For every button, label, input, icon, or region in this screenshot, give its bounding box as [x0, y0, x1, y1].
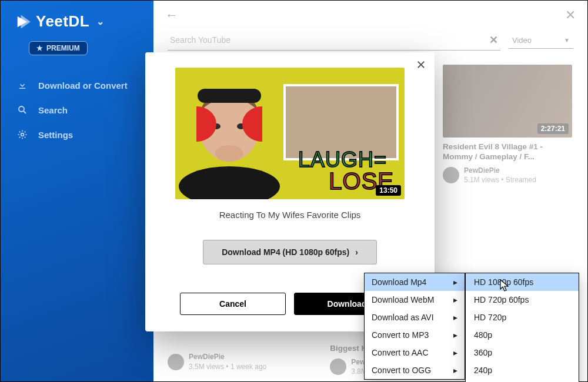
menu-item-mp4[interactable]: Download Mp4▸ [365, 273, 465, 291]
sidebar-item-search[interactable]: Search [1, 98, 153, 122]
menu-item-ogg[interactable]: Convert to OGG▸ [365, 361, 465, 379]
menu-item-avi[interactable]: Download as AVI▸ [365, 309, 465, 326]
app-window: YeetDL ⌄ ★ PREMIUM Download or Convert S… [0, 0, 588, 382]
quality-option[interactable]: HD 720p 60fps [466, 291, 579, 309]
menu-label: HD 720p [474, 313, 506, 322]
sidebar-item-label: Search [38, 105, 68, 115]
menu-label: 240p [474, 366, 492, 375]
menu-label: Convert to OGG [372, 366, 431, 375]
menu-item-aac[interactable]: Convert to AAC▸ [365, 344, 465, 361]
gear-icon [17, 129, 28, 140]
menu-label: Download Mp4 [372, 277, 426, 287]
quality-menu: HD 1080p 60fps HD 720p 60fps HD 720p 480… [465, 273, 579, 382]
sidebar: YeetDL ⌄ ★ PREMIUM Download or Convert S… [1, 1, 153, 381]
modal-video-title: Reacting To My Wifes Favorite Clips [164, 210, 416, 220]
chevron-right-icon: ▸ [453, 313, 457, 322]
menu-label: Download WebM [372, 295, 434, 304]
svg-point-0 [19, 106, 24, 112]
chevron-right-icon: ▸ [453, 330, 457, 340]
svg-point-1 [21, 133, 24, 136]
chevron-right-icon: ▸ [453, 277, 457, 287]
star-icon: ★ [36, 44, 43, 52]
quality-option[interactable]: 360p [466, 344, 579, 361]
menu-item-webm[interactable]: Download WebM▸ [365, 291, 465, 309]
menu-label: Convert to MP3 [372, 330, 429, 340]
premium-badge[interactable]: ★ PREMIUM [29, 41, 88, 55]
menu-label: HD 1080p 60fps [474, 277, 533, 287]
chevron-right-icon: ▸ [453, 366, 457, 375]
quality-option[interactable]: 480p [466, 326, 579, 344]
sidebar-item-label: Settings [38, 130, 73, 140]
svg-point-2 [179, 166, 280, 199]
duration-badge: 13:50 [376, 185, 401, 196]
sidebar-item-label: Download or Convert [38, 81, 128, 91]
brand: YeetDL ⌄ [1, 12, 153, 36]
modal-thumbnail: LAUGH= LOSE 13:50 [175, 68, 405, 199]
sidebar-item-settings[interactable]: Settings [1, 122, 153, 147]
download-icon [17, 80, 28, 91]
cancel-button[interactable]: Cancel [180, 293, 286, 315]
download-primary-button[interactable]: Download MP4 (HD 1080p 60fps) › [203, 240, 377, 264]
chevron-right-icon: › [355, 247, 358, 257]
brand-logo-icon [15, 14, 31, 30]
quality-option[interactable]: HD 720p [466, 309, 579, 326]
quality-option[interactable]: 240p [466, 361, 579, 379]
menu-item-mp3[interactable]: Convert to MP3▸ [365, 326, 465, 344]
chevron-down-icon[interactable]: ⌄ [96, 16, 105, 27]
svg-point-6 [215, 145, 243, 162]
chevron-right-icon: ▸ [453, 295, 457, 304]
format-menu: Download Mp4▸ Download WebM▸ Download as… [364, 273, 465, 380]
menu-label: Download as AVI [372, 313, 434, 322]
quality-option[interactable]: HD 1080p 60fps [466, 273, 579, 291]
premium-label: PREMIUM [46, 44, 80, 52]
chevron-right-icon: ▸ [453, 348, 457, 357]
download-primary-label: Download MP4 (HD 1080p 60fps) [222, 247, 349, 257]
menu-label: HD 720p 60fps [474, 295, 529, 304]
thumb-person [175, 76, 293, 199]
menu-label: 480p [474, 330, 492, 340]
svg-rect-7 [198, 89, 261, 103]
brand-name: YeetDL [36, 12, 89, 31]
search-icon [17, 105, 28, 115]
menu-label: 360p [474, 348, 492, 357]
close-icon[interactable] [416, 59, 426, 72]
sidebar-item-download[interactable]: Download or Convert [1, 73, 153, 98]
quality-option[interactable]: 144p [466, 379, 579, 382]
menu-label: Convert to AAC [372, 348, 429, 357]
